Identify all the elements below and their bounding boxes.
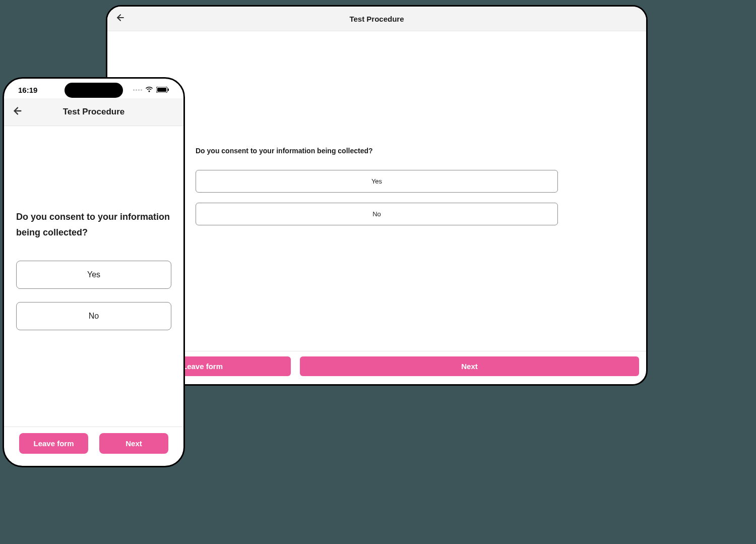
phone-notch	[65, 83, 123, 98]
page-title: Test Procedure	[349, 15, 404, 23]
page-title: Test Procedure	[63, 107, 125, 117]
option-no-button[interactable]: No	[16, 302, 171, 330]
phone-form-content: Do you consent to your information being…	[4, 126, 183, 427]
status-time: 16:19	[18, 86, 37, 94]
consent-question: Do you consent to your information being…	[16, 209, 171, 240]
consent-question: Do you consent to your information being…	[196, 147, 558, 155]
cellular-signal-icon	[133, 89, 142, 91]
option-no-button[interactable]: No	[196, 203, 558, 225]
tablet-footer: Leave form Next	[107, 351, 646, 384]
next-button[interactable]: Next	[99, 433, 168, 454]
phone-device-frame: 16:19	[3, 77, 185, 467]
wifi-icon	[145, 86, 153, 94]
battery-icon	[156, 86, 169, 94]
option-yes-button[interactable]: Yes	[16, 261, 171, 289]
svg-rect-3	[168, 89, 169, 91]
back-arrow-icon[interactable]	[12, 105, 23, 118]
status-icons	[133, 86, 169, 94]
tablet-form-content: Do you consent to your information being…	[107, 31, 646, 351]
tablet-header: Test Procedure	[107, 7, 646, 31]
svg-rect-2	[157, 88, 166, 92]
phone-footer: Leave form Next	[4, 427, 183, 466]
next-button[interactable]: Next	[300, 356, 639, 376]
back-arrow-icon[interactable]	[115, 13, 125, 25]
option-yes-button[interactable]: Yes	[196, 170, 558, 193]
phone-header: Test Procedure	[4, 98, 183, 126]
leave-form-button[interactable]: Leave form	[19, 433, 88, 454]
tablet-device-frame: Test Procedure Do you consent to your in…	[106, 5, 648, 386]
